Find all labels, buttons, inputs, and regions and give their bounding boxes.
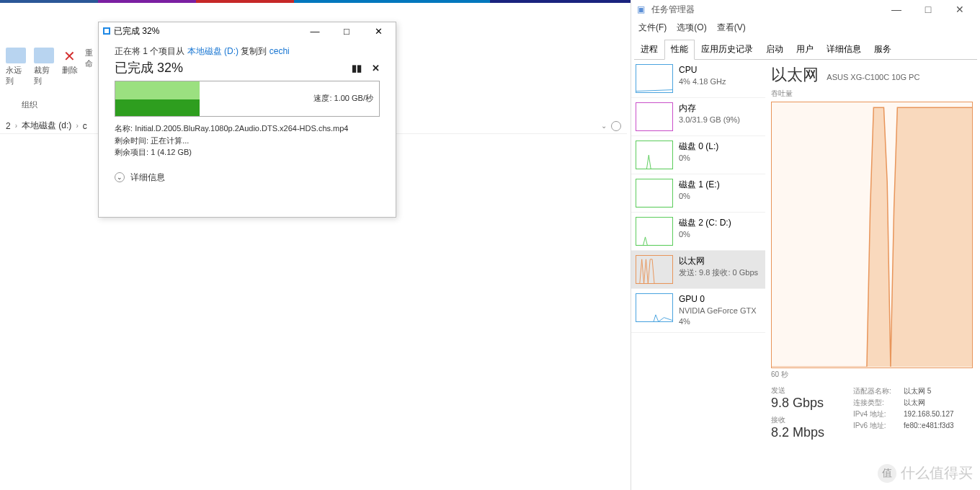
organize-label: 组织 — [0, 92, 104, 110]
rename-button[interactable]: 重命 — [85, 48, 99, 86]
tab-users[interactable]: 用户 — [790, 40, 820, 59]
delete-button[interactable]: ✕删除 — [62, 48, 78, 86]
pin-button[interactable]: 永远到 — [6, 48, 27, 86]
speed-label: 速度: 1.00 GB/秒 — [313, 93, 373, 104]
close-button[interactable]: ✕ — [945, 4, 974, 15]
progress-bar: 速度: 1.00 GB/秒 — [115, 81, 380, 117]
copy-button[interactable]: 裁剪到 — [34, 48, 55, 86]
adapter-details: 适配器名称:以太网 5 连接类型:以太网 IPv4 地址:192.168.50.… — [853, 386, 954, 440]
chevron-down-icon: ⌄ — [115, 172, 125, 182]
tm-tabs: 进程 性能 应用历史记录 启动 用户 详细信息 服务 — [634, 40, 977, 60]
copy-icon — [103, 27, 110, 35]
sidebar-tile-3[interactable]: 磁盘 1 (E:)0% — [631, 174, 765, 213]
tm-menu: 文件(F) 选项(O) 查看(V) — [631, 19, 980, 37]
sidebar-tile-1[interactable]: 内存3.0/31.9 GB (9%) — [631, 98, 765, 136]
copy-progress-dialog: 已完成 32% — □ ✕ 正在将 1 个项目从 本地磁盘 (D:) 复制到 c… — [98, 22, 396, 218]
more-details-toggle[interactable]: ⌄ 详细信息 — [99, 164, 396, 191]
refresh-icon[interactable] — [611, 121, 621, 131]
menu-options[interactable]: 选项(O) — [677, 22, 706, 34]
tab-processes[interactable]: 进程 — [634, 40, 664, 59]
ethernet-chart — [771, 102, 973, 368]
tm-sidebar: CPU4% 4.18 GHz内存3.0/31.9 GB (9%)磁盘 0 (L:… — [631, 60, 765, 490]
sidebar-tile-4[interactable]: 磁盘 2 (C: D:)0% — [631, 213, 765, 251]
tab-details[interactable]: 详细信息 — [820, 40, 868, 59]
tab-performance[interactable]: 性能 — [664, 40, 695, 60]
task-manager-icon: ▣ — [637, 4, 647, 14]
maximize-button[interactable]: □ — [334, 26, 360, 37]
minimize-button[interactable]: — — [882, 4, 911, 15]
send-value: 9.8 Gbps — [771, 396, 824, 411]
sidebar-tile-6[interactable]: GPU 0NVIDIA GeForce GTX 4% — [631, 289, 765, 333]
maximize-button[interactable]: □ — [914, 4, 943, 15]
tab-services[interactable]: 服务 — [868, 40, 898, 59]
watermark: 值 什么值得买 — [878, 463, 973, 483]
chevron-down-icon[interactable]: ⌄ — [601, 122, 607, 130]
close-button[interactable]: ✕ — [365, 26, 391, 37]
adapter-name: ASUS XG-C100C 10G PC — [827, 73, 919, 81]
copy-source-line: 正在将 1 个项目从 本地磁盘 (D:) 复制到 cechi — [115, 45, 380, 58]
dialog-title: 已完成 32% — [114, 25, 159, 37]
sidebar-tile-5[interactable]: 以太网发送: 9.8 接收: 0 Gbps — [631, 251, 765, 289]
copy-details: 名称: Initial.D.2005.BluRay.1080p.2Audio.D… — [115, 122, 380, 159]
sidebar-tile-2[interactable]: 磁盘 0 (L:)0% — [631, 136, 765, 174]
cancel-button[interactable]: ✕ — [372, 63, 380, 74]
tab-startup[interactable]: 启动 — [760, 40, 790, 59]
sidebar-tile-0[interactable]: CPU4% 4.18 GHz — [631, 60, 765, 98]
menu-view[interactable]: 查看(V) — [717, 22, 746, 34]
chart-ylabel: 吞吐量 — [771, 89, 980, 99]
chart-title: 以太网 — [771, 66, 819, 84]
minimize-button[interactable]: — — [302, 26, 328, 37]
chart-xlabel: 60 秒 — [771, 370, 980, 380]
explorer-ribbon: 永远到 裁剪到 ✕删除 重命 组织 — [0, 42, 104, 489]
task-manager-window: ▣ 任务管理器 — □ ✕ 文件(F) 选项(O) 查看(V) 进程 性能 应用… — [631, 0, 980, 490]
pause-button[interactable]: ▮▮ — [352, 63, 362, 74]
tm-title: 任务管理器 — [651, 4, 695, 16]
recv-value: 8.2 Mbps — [771, 425, 824, 440]
menu-file[interactable]: 文件(F) — [638, 22, 667, 34]
watermark-icon: 值 — [878, 464, 896, 483]
tab-history[interactable]: 应用历史记录 — [695, 40, 760, 59]
progress-text: 已完成 32% — [115, 59, 183, 76]
